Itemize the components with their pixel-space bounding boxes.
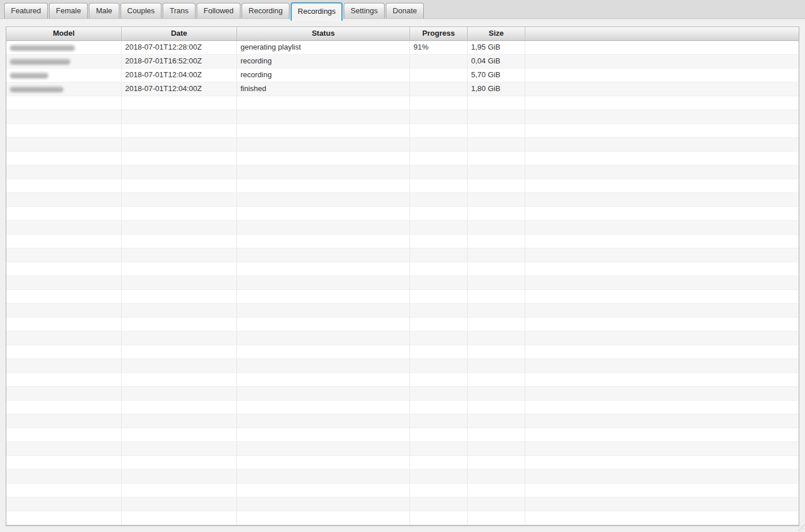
column-header-date[interactable]: Date [122, 27, 237, 40]
empty-table-row [6, 124, 799, 138]
empty-cell [525, 110, 799, 123]
tab-male[interactable]: Male [89, 3, 119, 18]
empty-cell [122, 207, 237, 220]
empty-cell [410, 221, 468, 234]
empty-cell [6, 179, 122, 193]
column-header-progress[interactable]: Progress [410, 27, 468, 40]
empty-cell [410, 96, 468, 110]
empty-cell [6, 484, 122, 497]
empty-cell [237, 124, 410, 137]
empty-table-row [6, 456, 799, 470]
empty-table-row [6, 207, 799, 221]
empty-cell [6, 207, 122, 220]
empty-cell [410, 262, 468, 276]
empty-cell [410, 456, 468, 469]
empty-table-row [6, 428, 799, 442]
empty-cell [6, 497, 122, 511]
empty-table-row [6, 401, 799, 414]
filler-cell [525, 41, 799, 54]
empty-cell [122, 110, 237, 123]
empty-cell [122, 456, 237, 469]
empty-cell [468, 262, 525, 276]
empty-table-row [6, 442, 799, 456]
tab-featured[interactable]: Featured [4, 3, 48, 18]
tab-recording[interactable]: Recording [242, 3, 289, 18]
column-header-model[interactable]: Model [6, 27, 122, 40]
column-header-status[interactable]: Status [237, 27, 410, 40]
tab-recordings[interactable]: Recordings [291, 2, 343, 21]
empty-cell [525, 96, 799, 110]
size-cell: 1,80 GiB [468, 82, 525, 96]
empty-cell [525, 497, 799, 511]
empty-table-row [6, 290, 799, 304]
empty-cell [468, 456, 525, 469]
empty-cell [237, 414, 410, 428]
table-row[interactable]: 2018-07-01T12:04:00Zfinished1,80 GiB [6, 82, 799, 96]
empty-cell [237, 262, 410, 276]
empty-cell [6, 428, 122, 442]
resize-grip-icon[interactable] [798, 525, 804, 531]
column-header-size[interactable]: Size [468, 27, 525, 40]
tab-donate[interactable]: Donate [386, 3, 424, 18]
table-row[interactable]: 2018-07-01T12:28:00Zgenerating playlist9… [6, 41, 799, 55]
table-header-row: ModelDateStatusProgressSize [6, 27, 799, 41]
tab-trans[interactable]: Trans [163, 3, 195, 18]
empty-cell [237, 152, 410, 165]
empty-cell [468, 442, 525, 455]
empty-table-row [6, 152, 799, 165]
empty-cell [525, 290, 799, 303]
empty-cell [237, 428, 410, 442]
empty-table-row [6, 276, 799, 290]
date-cell: 2018-07-01T16:52:00Z [122, 55, 237, 68]
empty-cell [525, 456, 799, 469]
empty-cell [525, 401, 799, 414]
empty-cell [122, 470, 237, 483]
progress-cell: 91% [410, 41, 468, 54]
empty-cell [410, 276, 468, 289]
empty-cell [525, 124, 799, 137]
status-cell: generating playlist [237, 41, 410, 54]
empty-cell [237, 165, 410, 179]
empty-cell [6, 235, 122, 248]
empty-table-row [6, 110, 799, 124]
empty-cell [237, 359, 410, 372]
empty-cell [410, 179, 468, 193]
empty-table-row [6, 497, 799, 511]
column-header-filler[interactable] [525, 27, 799, 40]
empty-cell [122, 387, 237, 400]
empty-cell [6, 96, 122, 110]
empty-cell [6, 470, 122, 483]
empty-cell [237, 345, 410, 359]
empty-cell [525, 318, 799, 331]
empty-cell [410, 318, 468, 331]
empty-cell [468, 235, 525, 248]
empty-cell [237, 207, 410, 220]
empty-cell [6, 442, 122, 455]
empty-table-row [6, 165, 799, 179]
table-row[interactable]: 2018-07-01T12:04:00Zrecording5,70 GiB [6, 69, 799, 82]
empty-table-row [6, 484, 799, 497]
tab-followed[interactable]: Followed [197, 3, 240, 18]
empty-cell [468, 345, 525, 359]
empty-table-row [6, 387, 799, 401]
empty-cell [525, 138, 799, 151]
table-row[interactable]: 2018-07-01T16:52:00Zrecording0,04 GiB [6, 55, 799, 69]
tab-female[interactable]: Female [49, 3, 88, 18]
empty-cell [122, 359, 237, 372]
empty-cell [122, 221, 237, 234]
empty-cell [410, 304, 468, 317]
empty-cell [525, 359, 799, 372]
empty-table-row [6, 373, 799, 387]
empty-cell [6, 414, 122, 428]
empty-cell [237, 511, 410, 525]
empty-table-row [6, 359, 799, 373]
tab-settings[interactable]: Settings [344, 3, 385, 18]
empty-cell [468, 497, 525, 511]
empty-cell [410, 401, 468, 414]
empty-cell [525, 345, 799, 359]
empty-table-row [6, 318, 799, 331]
empty-cell [122, 401, 237, 414]
tab-couples[interactable]: Couples [121, 3, 162, 18]
empty-cell [6, 165, 122, 179]
empty-cell [122, 248, 237, 262]
